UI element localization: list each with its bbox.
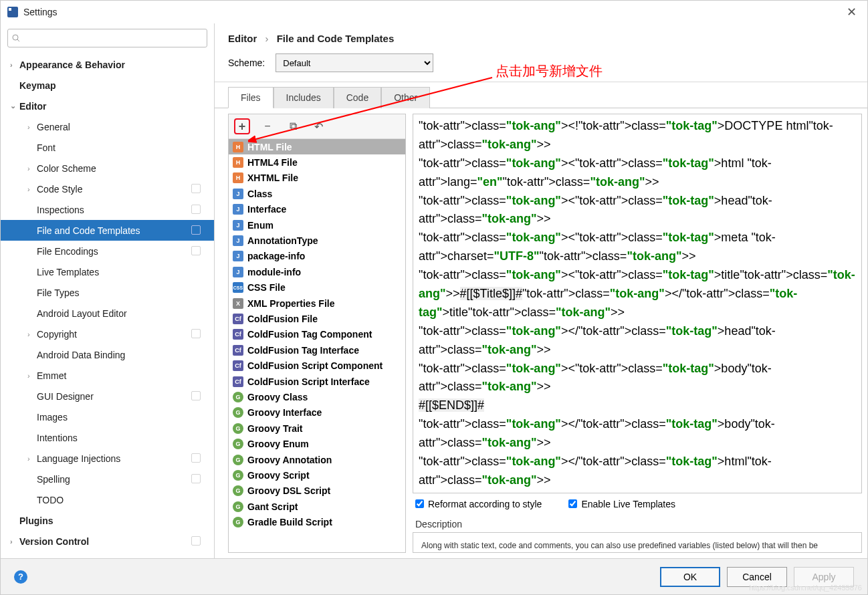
template-item[interactable]: CfColdFusion Script Component xyxy=(229,358,405,373)
tab-files[interactable]: Files xyxy=(228,87,274,108)
breadcrumb-editor[interactable]: Editor xyxy=(228,33,257,44)
tab-other[interactable]: Other xyxy=(381,87,430,108)
template-item-label: Groovy Annotation xyxy=(247,455,332,465)
template-item[interactable]: GGant Script xyxy=(229,499,405,514)
template-item[interactable]: HXHTML File xyxy=(229,170,405,186)
search-input[interactable] xyxy=(7,29,207,47)
dialog-footer: ? OK Cancel Apply xyxy=(1,558,867,594)
copy-button[interactable]: ⧉ xyxy=(285,118,301,134)
sidebar-item-live-templates[interactable]: Live Templates xyxy=(1,261,214,282)
sidebar-item-copyright[interactable]: ›Copyright xyxy=(1,324,214,344)
live-templates-checkbox[interactable]: Enable Live Templates xyxy=(568,499,675,509)
add-button[interactable]: + xyxy=(234,118,250,134)
sidebar-item-editor[interactable]: ⌄Editor xyxy=(1,96,214,116)
template-item-label: Groovy Script xyxy=(247,470,310,481)
sidebar-item-language-injections[interactable]: ›Language Injections xyxy=(1,448,214,469)
template-item-label: package-info xyxy=(247,251,305,261)
sidebar-item-android-data-binding[interactable]: Android Data Binding xyxy=(1,344,214,365)
remove-button[interactable]: − xyxy=(259,118,276,134)
template-item[interactable]: XXML Properties File xyxy=(229,295,405,311)
filetype-icon: G xyxy=(233,392,243,402)
filetype-icon: J xyxy=(233,267,243,277)
sidebar-item-file-types[interactable]: File Types xyxy=(1,282,214,303)
template-item-label: XHTML File xyxy=(247,172,298,183)
breadcrumb-current: File and Code Templates xyxy=(277,33,395,44)
sidebar-item-gui-designer[interactable]: GUI Designer xyxy=(1,386,214,406)
sidebar-item-emmet[interactable]: ›Emmet xyxy=(1,365,214,386)
sidebar-item-label: Appearance & Behavior xyxy=(19,60,125,70)
template-item[interactable]: GGradle Build Script xyxy=(229,514,405,529)
filetype-icon: H xyxy=(233,142,243,152)
undo-icon[interactable]: ↶ xyxy=(310,118,326,134)
template-item[interactable]: CSSCSS File xyxy=(229,280,405,295)
template-item-label: CSS File xyxy=(247,282,286,293)
sidebar-item-images[interactable]: Images xyxy=(1,406,214,427)
template-item-label: HTML4 File xyxy=(247,157,298,168)
sidebar-item-file-and-code-templates[interactable]: File and Code Templates xyxy=(1,220,214,241)
sidebar-item-android-layout-editor[interactable]: Android Layout Editor xyxy=(1,303,214,324)
template-item[interactable]: GGroovy Trait xyxy=(229,421,405,436)
template-item[interactable]: HHTML4 File xyxy=(229,154,405,170)
filetype-icon: J xyxy=(233,220,243,231)
filetype-icon: G xyxy=(233,439,243,449)
filetype-icon: Cf xyxy=(233,314,243,324)
template-panel: + − ⧉ ↶ HHTML FileHHTML4 FileHXHTML File… xyxy=(228,114,406,553)
filetype-icon: Cf xyxy=(233,376,243,387)
sidebar-item-font[interactable]: Font xyxy=(1,137,214,158)
template-item[interactable]: JAnnotationType xyxy=(229,233,405,248)
sidebar-item-label: Copyright xyxy=(37,329,77,340)
sidebar-item-inspections[interactable]: Inspections xyxy=(1,199,214,220)
template-item[interactable]: HHTML File xyxy=(229,139,405,154)
template-item[interactable]: Jmodule-info xyxy=(229,264,405,279)
template-item[interactable]: JInterface xyxy=(229,202,405,217)
template-item-label: Class xyxy=(247,189,272,199)
ok-button[interactable]: OK xyxy=(660,567,720,587)
code-editor[interactable]: "tok-attr">class="tok-ang"><!"tok-attr">… xyxy=(413,114,862,493)
template-item[interactable]: GGroovy Interface xyxy=(229,405,405,421)
template-item[interactable]: JEnum xyxy=(229,217,405,233)
sidebar-item-code-style[interactable]: ›Code Style xyxy=(1,178,214,199)
template-item[interactable]: GGroovy DSL Script xyxy=(229,483,405,499)
window-title: Settings xyxy=(23,7,843,17)
sidebar-item-file-encodings[interactable]: File Encodings xyxy=(1,241,214,261)
filetype-icon: H xyxy=(233,172,243,183)
sidebar-item-intentions[interactable]: Intentions xyxy=(1,427,214,448)
project-badge-icon xyxy=(191,205,201,214)
chevron-right-icon: › xyxy=(265,33,269,44)
close-icon[interactable]: ✕ xyxy=(843,5,861,19)
template-list[interactable]: HHTML FileHHTML4 FileHXHTML FileJClassJI… xyxy=(229,139,405,552)
project-badge-icon xyxy=(191,246,201,255)
template-item[interactable]: GGroovy Class xyxy=(229,389,405,404)
sidebar-item-appearance-behavior[interactable]: ›Appearance & Behavior xyxy=(1,54,214,75)
sidebar-item-version-control[interactable]: ›Version Control xyxy=(1,531,214,552)
template-item[interactable]: JClass xyxy=(229,186,405,201)
sidebar-item-general[interactable]: ›General xyxy=(1,116,214,137)
sidebar-item-label: GUI Designer xyxy=(37,391,94,402)
template-item[interactable]: GGroovy Script xyxy=(229,467,405,483)
description-box: Along with static text, code and comment… xyxy=(413,532,862,553)
sidebar-item-label: File and Code Templates xyxy=(37,225,140,236)
project-badge-icon xyxy=(191,391,201,400)
sidebar-item-label: General xyxy=(37,122,70,132)
sidebar-item-plugins[interactable]: Plugins xyxy=(1,510,214,531)
sidebar-item-label: Emmet xyxy=(37,370,66,381)
sidebar-item-color-scheme[interactable]: ›Color Scheme xyxy=(1,158,214,178)
sidebar-item-spelling[interactable]: Spelling xyxy=(1,469,214,489)
template-item[interactable]: CfColdFusion Script Interface xyxy=(229,374,405,389)
sidebar-item-todo[interactable]: TODO xyxy=(1,489,214,510)
template-item-label: HTML File xyxy=(247,142,292,152)
template-item[interactable]: GGroovy Enum xyxy=(229,436,405,451)
tab-includes[interactable]: Includes xyxy=(274,87,334,108)
tab-code[interactable]: Code xyxy=(334,87,381,108)
template-item[interactable]: CfColdFusion File xyxy=(229,311,405,326)
scheme-select[interactable]: Default xyxy=(276,53,433,72)
template-item[interactable]: Jpackage-info xyxy=(229,249,405,264)
template-item[interactable]: CfColdFusion Tag Component xyxy=(229,327,405,342)
sidebar-item-label: Spelling xyxy=(37,474,70,485)
sidebar-item-keymap[interactable]: Keymap xyxy=(1,75,214,96)
template-item[interactable]: CfColdFusion Tag Interface xyxy=(229,342,405,358)
template-item[interactable]: GGroovy Annotation xyxy=(229,452,405,467)
reformat-checkbox[interactable]: Reformat according to style xyxy=(415,499,542,509)
expand-icon: › xyxy=(27,330,37,338)
help-button[interactable]: ? xyxy=(14,570,27,584)
